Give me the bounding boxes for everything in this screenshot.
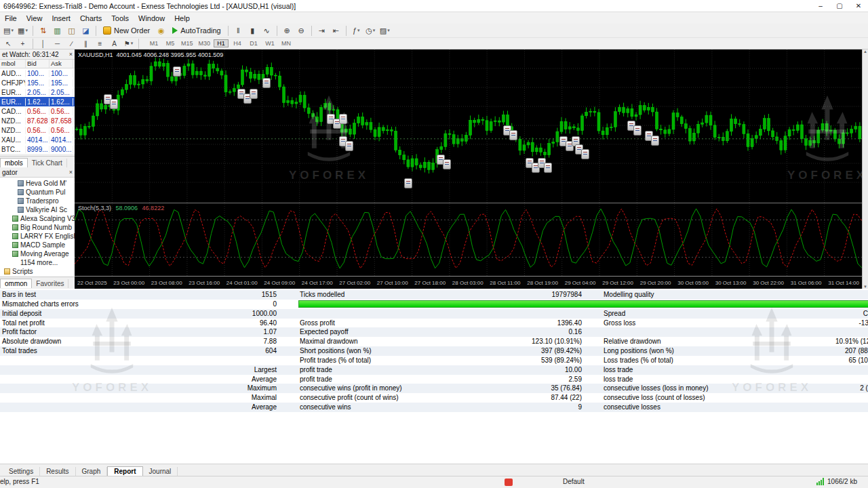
market-watch-row[interactable]: CAD...0.56...0.56...: [0, 106, 75, 116]
time-axis[interactable]: 22 Oct 202523 Oct 00:0023 Oct 08:0023 Oc…: [75, 276, 862, 289]
autotrading-button-label: AutoTrading: [180, 26, 221, 35]
timeframe-mn[interactable]: MN: [279, 39, 294, 47]
report-row: Absolute drawdown7.88Maximal drawdown123…: [0, 337, 868, 346]
candles-mode-icon[interactable]: ▮: [246, 25, 259, 37]
report-label: Total trades: [2, 346, 37, 356]
navigator-close-icon[interactable]: ×: [69, 169, 73, 176]
menu-file[interactable]: File: [0, 14, 22, 22]
timeframe-w1[interactable]: W1: [262, 39, 277, 47]
ask-cell: 0.56...: [50, 127, 73, 134]
data-window-icon[interactable]: ▥: [51, 25, 64, 37]
chart-profiles-icon[interactable]: ▦: [16, 25, 29, 37]
market-watch-toggle-icon[interactable]: ⇅: [37, 25, 50, 37]
expert-advisor-icon: [12, 251, 18, 257]
zoom-out-icon[interactable]: ⊖: [295, 25, 308, 37]
cursor-icon[interactable]: ↖: [2, 39, 15, 48]
navigator-item[interactable]: Moving Average: [0, 249, 75, 258]
new-chart-icon[interactable]: ▤: [2, 25, 15, 37]
arrow-shapes-icon[interactable]: ⚑: [122, 39, 135, 48]
menu-insert[interactable]: Insert: [47, 14, 75, 22]
tab-mbols[interactable]: mbols: [0, 158, 28, 167]
tab-favorites[interactable]: Favorites: [32, 279, 68, 288]
navigator-item[interactable]: 1154 more...: [0, 258, 75, 267]
market-watch-row[interactable]: BTC...8999...9000...: [0, 144, 75, 154]
navigator-item[interactable]: Quantum Pul: [0, 188, 75, 197]
market-watch-row[interactable]: NZD...87.62887.658: [0, 116, 75, 125]
menu-charts[interactable]: Charts: [75, 14, 106, 22]
tab-tick-chart[interactable]: Tick Chart: [28, 159, 67, 167]
line-mode-icon[interactable]: ∿: [260, 25, 273, 37]
timeframe-h1[interactable]: H1: [214, 39, 229, 47]
market-watch-row[interactable]: EUR...1.62...1.62...: [0, 97, 75, 106]
ask-cell: 4014...: [50, 136, 73, 144]
market-watch-row[interactable]: NZD...0.56...0.56...: [0, 125, 75, 135]
zoom-in-icon[interactable]: ⊕: [281, 25, 294, 37]
timeframe-h4[interactable]: H4: [230, 39, 245, 47]
price-chart[interactable]: XAUUSD,H1 4001.045 4006.248 3995.955 400…: [75, 49, 862, 289]
tester-tab-journal[interactable]: Journal: [143, 467, 178, 476]
timeframe-m1[interactable]: M1: [146, 39, 161, 47]
timeframe-d1[interactable]: D1: [246, 39, 261, 47]
scroll-down-icon[interactable]: ▼: [863, 285, 867, 289]
minimize-button[interactable]: –: [811, 0, 830, 12]
status-profile[interactable]: Default: [563, 478, 585, 485]
periods-icon[interactable]: ◷: [364, 25, 377, 37]
menu-tools[interactable]: Tools: [106, 14, 134, 22]
maximize-button[interactable]: ▢: [830, 0, 849, 12]
expert-advisor-icon: [18, 207, 24, 213]
tester-tab-graph[interactable]: Graph: [76, 467, 108, 476]
crosshair-icon[interactable]: +: [16, 39, 29, 48]
time-axis-label: 30 Oct 22:00: [753, 280, 784, 286]
report-label: Loss trades (% of total): [604, 356, 673, 365]
navigator-item[interactable]: Scripts: [0, 267, 75, 276]
market-watch-row[interactable]: AUD...100...100...: [0, 68, 75, 78]
horizontal-line-icon[interactable]: ─: [51, 39, 64, 48]
navigator-item[interactable]: Alexa Scalping V3: [0, 214, 75, 223]
market-watch-row[interactable]: CHFJPY195...195...: [0, 78, 75, 87]
mql5-community-icon[interactable]: ◉: [155, 25, 167, 37]
autotrading-button[interactable]: AutoTrading: [168, 24, 225, 37]
navigator-item[interactable]: Valkyrie AI Sc: [0, 205, 75, 214]
indicators-icon[interactable]: ƒ: [350, 25, 363, 37]
trendline-icon[interactable]: ∕: [65, 39, 78, 48]
timeframe-m15[interactable]: M15: [179, 39, 195, 47]
navigator-item[interactable]: Heva Gold M': [0, 179, 75, 188]
navigator-item-label: Valkyrie AI Sc: [26, 206, 67, 214]
tester-tab-settings[interactable]: Settings: [3, 467, 40, 476]
navigator-toggle-icon[interactable]: ◫: [65, 25, 78, 37]
timeframe-m5[interactable]: M5: [163, 39, 178, 47]
menu-window[interactable]: Window: [134, 14, 170, 22]
equidistant-channel-icon[interactable]: ∥: [79, 39, 92, 48]
menu-view[interactable]: View: [22, 14, 47, 22]
tester-tab-report[interactable]: Report: [107, 466, 142, 476]
tester-tab-results[interactable]: Results: [40, 467, 75, 476]
report-label: profit trade: [300, 375, 332, 384]
close-button[interactable]: ✕: [849, 0, 868, 12]
bars-mode-icon[interactable]: ‖: [232, 25, 245, 37]
chart-scrollbar[interactable]: ▲ ▼: [862, 49, 868, 289]
timeframe-m30[interactable]: M30: [197, 39, 213, 47]
market-watch-close-icon[interactable]: ×: [69, 51, 73, 58]
navigator-item[interactable]: Traderspro: [0, 197, 75, 205]
fibonacci-icon[interactable]: ≡: [94, 39, 106, 48]
navigator-tree: Heva Gold M'Quantum PulTradersproValkyri…: [0, 178, 75, 277]
auto-scroll-icon[interactable]: ⇥: [315, 25, 328, 37]
templates-icon[interactable]: ▨: [378, 25, 391, 37]
menu-help[interactable]: Help: [170, 14, 195, 22]
time-axis-label: 28 Oct 19:00: [527, 280, 558, 286]
scroll-up-icon[interactable]: ▲: [863, 49, 867, 54]
vertical-line-icon[interactable]: │: [37, 39, 50, 48]
navigator-item[interactable]: MACD Sample: [0, 241, 75, 249]
time-axis-label: 24 Oct 01:00: [226, 280, 258, 286]
chart-shift-icon[interactable]: ⇤: [330, 25, 342, 37]
report-value: 65 (10.76%): [709, 356, 868, 365]
navigator-item[interactable]: LARRY FX English: [0, 232, 75, 241]
tab-ommon[interactable]: ommon: [0, 279, 32, 288]
text-label-icon[interactable]: A: [108, 39, 121, 48]
new-order-button[interactable]: New Order: [99, 24, 154, 37]
terminal-toggle-icon[interactable]: ◪: [79, 25, 92, 37]
report-value: -1300.00: [709, 319, 868, 328]
market-watch-row[interactable]: XAU...4014...4014...: [0, 135, 75, 144]
market-watch-row[interactable]: EUR...2.05...2.05...: [0, 87, 75, 97]
navigator-item[interactable]: Big Round Numb: [0, 223, 75, 232]
